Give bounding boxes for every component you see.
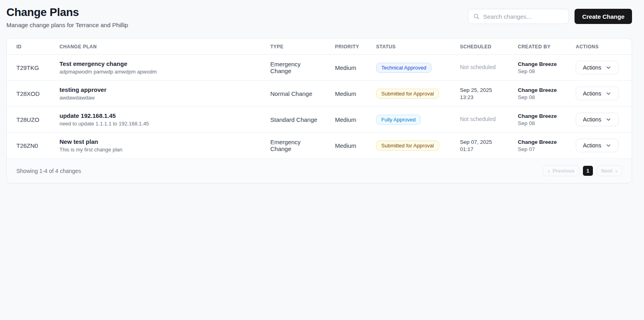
row-created-cell: Change Breeze Sep 08 (511, 81, 569, 107)
created-date: Sep 08 (518, 120, 563, 126)
row-priority: Medium (329, 81, 370, 107)
column-header-priority: PRIORITY (329, 39, 370, 55)
plan-title: testing approver (59, 86, 258, 93)
actions-button-label: Actions (583, 116, 601, 123)
created-by-name: Change Breeze (518, 61, 563, 67)
chevron-down-icon (606, 91, 611, 96)
search-box[interactable] (468, 9, 569, 24)
row-id: T26ZN0 (7, 133, 53, 159)
column-header-id: ID (7, 39, 53, 55)
actions-button-label: Actions (583, 64, 601, 71)
scheduled-time: 01:17 (460, 146, 505, 152)
change-plans-page: Change Plans Manage change plans for Ter… (0, 0, 644, 320)
created-date: Sep 08 (518, 68, 563, 74)
table-header: ID CHANGE PLAN TYPE PRIORITY STATUS SCHE… (7, 39, 632, 55)
row-plan-cell: New test plan This is my first change pl… (53, 133, 264, 159)
row-priority: Medium (329, 55, 370, 81)
row-scheduled-cell: Sep 25, 2025 13:23 (454, 81, 511, 107)
plan-description: need to update 1.1.1.1 to 192.168.1.45 (59, 121, 258, 127)
status-badge: Technical Approved (376, 63, 432, 73)
created-date: Sep 08 (518, 94, 563, 100)
column-header-status: STATUS (370, 39, 454, 55)
chevron-left-icon: ‹ (548, 168, 550, 174)
plan-title: update 192.168.1.45 (59, 112, 258, 119)
created-date: Sep 07 (518, 146, 563, 152)
column-header-type: TYPE (264, 39, 329, 55)
row-type: Emergency Change (264, 133, 329, 159)
plan-title: New test plan (59, 138, 258, 145)
row-plan-cell: Test emergency change adpmapwodm pamwdp … (53, 55, 264, 81)
row-plan-cell: update 192.168.1.45 need to update 1.1.1… (53, 107, 264, 133)
row-scheduled-cell: Not scheduled (454, 107, 511, 133)
previous-page-button[interactable]: ‹ Previous (543, 165, 579, 176)
plan-description: This is my first change plan (59, 147, 258, 153)
plan-description: awdawdawdaw (59, 95, 258, 101)
column-header-change-plan: CHANGE PLAN (53, 39, 264, 55)
chevron-right-icon: › (615, 168, 617, 174)
row-priority: Medium (329, 107, 370, 133)
scheduled-date: Sep 07, 2025 (460, 139, 505, 145)
chevron-down-icon (606, 117, 611, 122)
table-row: T28XOD testing approver awdawdawdaw Norm… (7, 81, 632, 107)
row-type: Emergency Change (264, 55, 329, 81)
pagination: ‹ Previous 1 Next › (543, 165, 622, 176)
column-header-scheduled: SCHEDULED (454, 39, 511, 55)
table-footer: Showing 1-4 of 4 changes ‹ Previous 1 Ne… (7, 158, 632, 183)
table-row: T29TKG Test emergency change adpmapwodm … (7, 55, 632, 81)
page-subtitle: Manage change plans for Terrance and Phi… (6, 22, 128, 28)
chevron-down-icon (606, 143, 611, 148)
current-page-button[interactable]: 1 (583, 166, 593, 176)
column-header-created-by: CREATED BY (511, 39, 569, 55)
next-page-button[interactable]: Next › (596, 165, 622, 176)
row-type: Standard Change (264, 107, 329, 133)
row-plan-cell: testing approver awdawdawdaw (53, 81, 264, 107)
column-header-actions: ACTIONS (569, 39, 632, 55)
row-created-cell: Change Breeze Sep 07 (511, 133, 569, 159)
status-badge: Submitted for Approval (376, 89, 439, 99)
row-created-cell: Change Breeze Sep 08 (511, 107, 569, 133)
row-scheduled-cell: Sep 07, 2025 01:17 (454, 133, 511, 159)
scheduled-date: Sep 25, 2025 (460, 87, 505, 93)
actions-button[interactable]: Actions (576, 139, 618, 152)
status-badge: Fully Approved (376, 115, 421, 125)
actions-button-label: Actions (583, 142, 601, 149)
scheduled-time: 13:23 (460, 94, 505, 100)
scheduled-date: Not scheduled (460, 116, 505, 122)
row-id: T29TKG (7, 55, 53, 81)
create-change-button[interactable]: Create Change (575, 9, 632, 24)
row-id: T28UZO (7, 107, 53, 133)
row-created-cell: Change Breeze Sep 08 (511, 55, 569, 81)
next-page-label: Next (601, 168, 612, 174)
row-status-cell: Technical Approved (370, 55, 454, 81)
row-status-cell: Fully Approved (370, 107, 454, 133)
row-actions-cell: Actions (569, 107, 632, 133)
results-summary: Showing 1-4 of 4 changes (16, 168, 81, 174)
actions-button[interactable]: Actions (576, 113, 618, 126)
title-block: Change Plans Manage change plans for Ter… (6, 6, 128, 28)
search-input[interactable] (483, 13, 564, 20)
toolbar: Create Change (468, 9, 632, 24)
actions-button[interactable]: Actions (576, 61, 618, 74)
status-badge: Submitted for Approval (376, 141, 439, 151)
created-by-name: Change Breeze (518, 87, 563, 93)
actions-button-label: Actions (583, 90, 601, 97)
row-actions-cell: Actions (569, 133, 632, 159)
change-plans-table-card: ID CHANGE PLAN TYPE PRIORITY STATUS SCHE… (6, 38, 632, 183)
row-actions-cell: Actions (569, 55, 632, 81)
previous-page-label: Previous (553, 168, 575, 174)
search-icon (473, 13, 480, 20)
created-by-name: Change Breeze (518, 139, 563, 145)
plan-title: Test emergency change (59, 60, 258, 67)
row-id: T28XOD (7, 81, 53, 107)
created-by-name: Change Breeze (518, 113, 563, 119)
chevron-down-icon (606, 65, 611, 70)
row-actions-cell: Actions (569, 81, 632, 107)
plan-description: adpmapwodm pamwdp amwdpm apwodm (59, 69, 258, 75)
table-row: T28UZO update 192.168.1.45 need to updat… (7, 107, 632, 133)
actions-button[interactable]: Actions (576, 87, 618, 100)
page-header: Change Plans Manage change plans for Ter… (0, 0, 644, 28)
page-title: Change Plans (6, 6, 128, 19)
row-type: Normal Change (264, 81, 329, 107)
row-status-cell: Submitted for Approval (370, 133, 454, 159)
change-plans-table: ID CHANGE PLAN TYPE PRIORITY STATUS SCHE… (7, 39, 632, 158)
